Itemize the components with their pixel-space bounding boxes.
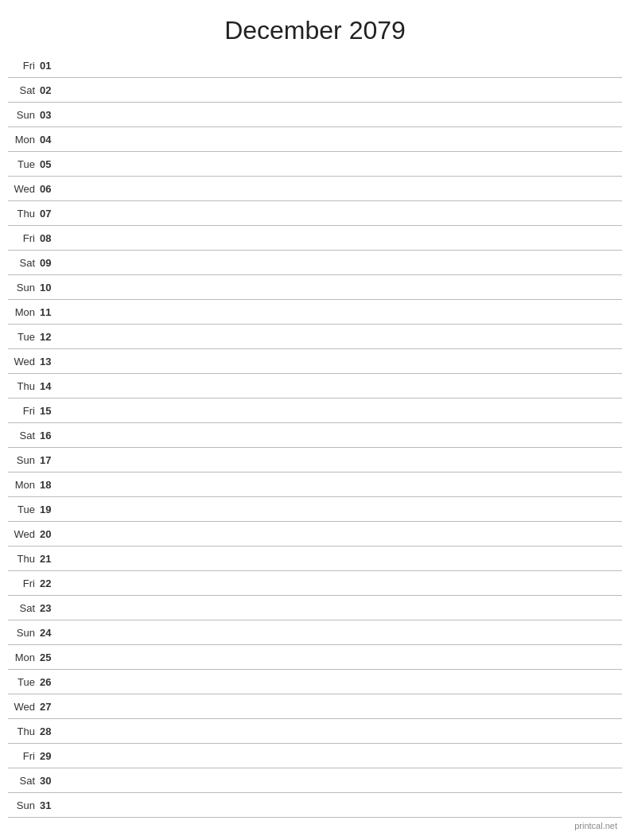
day-number: 28 xyxy=(40,725,62,737)
day-row: Wed06 xyxy=(8,177,622,201)
day-line xyxy=(62,484,622,485)
day-line xyxy=(62,731,622,732)
day-line xyxy=(62,139,622,140)
day-number: 07 xyxy=(40,208,62,220)
day-line xyxy=(62,287,622,288)
page-title: December 2079 xyxy=(0,0,630,53)
day-row: Thu14 xyxy=(8,374,622,399)
day-row: Tue19 xyxy=(8,497,622,522)
day-name: Mon xyxy=(8,479,40,491)
day-number: 31 xyxy=(40,799,62,811)
day-line xyxy=(62,583,622,584)
day-number: 25 xyxy=(40,651,62,663)
day-number: 03 xyxy=(40,109,62,121)
day-number: 13 xyxy=(40,356,62,368)
day-row: Sat02 xyxy=(8,78,622,103)
day-number: 09 xyxy=(40,257,62,269)
day-row: Sat09 xyxy=(8,251,622,275)
day-line xyxy=(62,189,622,189)
day-name: Mon xyxy=(8,134,40,146)
day-row: Sun10 xyxy=(8,275,622,300)
day-name: Tue xyxy=(8,331,40,343)
day-line xyxy=(62,558,622,559)
day-name: Tue xyxy=(8,158,40,170)
day-name: Mon xyxy=(8,651,40,663)
day-row: Sat23 xyxy=(8,596,622,620)
calendar-container: Fri01Sat02Sun03Mon04Tue05Wed06Thu07Fri08… xyxy=(0,53,630,818)
day-row: Mon04 xyxy=(8,127,622,152)
day-line xyxy=(62,65,622,66)
day-number: 16 xyxy=(40,430,62,441)
day-row: Sun03 xyxy=(8,103,622,127)
day-row: Wed20 xyxy=(8,522,622,546)
day-number: 08 xyxy=(40,232,62,244)
day-number: 30 xyxy=(40,775,62,787)
day-name: Thu xyxy=(8,380,40,392)
day-name: Fri xyxy=(8,750,40,762)
day-line xyxy=(62,238,622,239)
day-name: Mon xyxy=(8,306,40,318)
day-line xyxy=(62,780,622,781)
day-line xyxy=(62,410,622,411)
day-row: Sun17 xyxy=(8,448,622,472)
day-number: 01 xyxy=(40,60,62,72)
day-row: Mon18 xyxy=(8,472,622,497)
day-number: 02 xyxy=(40,84,62,96)
day-line xyxy=(62,805,622,806)
day-name: Tue xyxy=(8,676,40,688)
day-row: Fri29 xyxy=(8,744,622,768)
day-row: Thu07 xyxy=(8,201,622,226)
day-number: 17 xyxy=(40,454,62,466)
day-name: Sun xyxy=(8,799,40,811)
day-row: Fri01 xyxy=(8,53,622,78)
day-row: Fri15 xyxy=(8,399,622,423)
day-name: Fri xyxy=(8,232,40,244)
day-row: Sat30 xyxy=(8,768,622,793)
day-row: Sat16 xyxy=(8,423,622,448)
day-line xyxy=(62,632,622,633)
day-name: Thu xyxy=(8,208,40,220)
day-line xyxy=(62,682,622,682)
day-name: Sat xyxy=(8,257,40,269)
day-number: 20 xyxy=(40,528,62,540)
day-number: 23 xyxy=(40,602,62,614)
day-name: Fri xyxy=(8,60,40,72)
day-name: Fri xyxy=(8,578,40,589)
day-number: 06 xyxy=(40,183,62,195)
day-row: Fri08 xyxy=(8,226,622,251)
day-row: Sun24 xyxy=(8,620,622,645)
day-row: Thu21 xyxy=(8,546,622,571)
day-name: Sun xyxy=(8,109,40,121)
day-number: 22 xyxy=(40,578,62,589)
day-line xyxy=(62,386,622,387)
day-row: Mon11 xyxy=(8,300,622,325)
day-row: Thu28 xyxy=(8,719,622,744)
day-line xyxy=(62,164,622,165)
day-line xyxy=(62,608,622,609)
day-row: Sun31 xyxy=(8,793,622,818)
day-name: Sun xyxy=(8,627,40,639)
day-name: Wed xyxy=(8,183,40,195)
day-line xyxy=(62,361,622,362)
day-line xyxy=(62,336,622,337)
day-row: Wed27 xyxy=(8,694,622,719)
day-line xyxy=(62,657,622,658)
day-number: 14 xyxy=(40,380,62,392)
day-line xyxy=(62,460,622,461)
day-line xyxy=(62,756,622,756)
day-number: 10 xyxy=(40,282,62,294)
day-name: Wed xyxy=(8,528,40,540)
day-line xyxy=(62,534,622,535)
day-number: 04 xyxy=(40,134,62,146)
day-name: Fri xyxy=(8,405,40,417)
day-number: 15 xyxy=(40,405,62,417)
day-number: 24 xyxy=(40,627,62,639)
day-name: Sat xyxy=(8,430,40,441)
day-name: Wed xyxy=(8,356,40,368)
day-number: 19 xyxy=(40,504,62,515)
day-row: Fri22 xyxy=(8,571,622,596)
day-line xyxy=(62,706,622,707)
day-name: Sun xyxy=(8,282,40,294)
day-row: Tue05 xyxy=(8,152,622,177)
day-line xyxy=(62,509,622,510)
